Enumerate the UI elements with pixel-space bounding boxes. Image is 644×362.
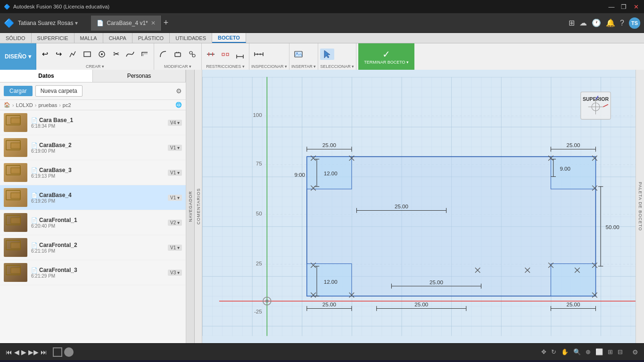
breadcrumb-sep-2: › (35, 102, 37, 108)
maximize-button[interactable]: ❐ (619, 2, 628, 11)
breadcrumb-home[interactable]: 🏠 (4, 102, 10, 108)
coincident-button[interactable] (218, 49, 232, 60)
file-tab-close-icon[interactable]: ✕ (151, 20, 156, 26)
view-icon[interactable]: ⬜ (595, 348, 603, 355)
display-icon[interactable]: ⊟ (618, 348, 623, 355)
skip-back-button[interactable]: ⏮ (6, 348, 12, 356)
panel-item-cara-frontal-1[interactable]: 📄CaraFrontal_1 6:20:40 PM V2 ▾ (0, 210, 186, 235)
user-avatar[interactable]: TS (629, 17, 640, 29)
dimension-button[interactable] (233, 49, 247, 60)
tab-boceto[interactable]: BOCETO (212, 33, 246, 43)
new-tab-icon[interactable]: + (164, 18, 169, 28)
notifications-icon[interactable]: 🔔 (606, 18, 615, 27)
undo-button[interactable]: ↩ (38, 49, 51, 59)
pan-icon[interactable]: ✥ (541, 348, 546, 355)
item-time: 6:19:26 PM (31, 198, 164, 204)
playback-controls: ⏮ ◀ ▶ ▶▶ ⏭ (6, 348, 47, 356)
item-version[interactable]: V2 ▾ (168, 220, 182, 226)
pin-button[interactable] (64, 347, 74, 357)
capture-frame-button[interactable] (53, 347, 62, 357)
panel-tabs: Datos Personas (0, 70, 186, 82)
play-button[interactable]: ▶ (21, 348, 26, 356)
grid-apps-icon[interactable]: ⊞ (569, 18, 575, 27)
item-info: 📄CaraFrontal_3 6:21:29 PM (31, 267, 164, 279)
restricciones-items (204, 44, 247, 64)
tab-utilidades[interactable]: UTILIDADES (170, 33, 212, 43)
prev-button[interactable]: ◀ (14, 348, 19, 356)
canvas-area[interactable]: NAVEGADOR COMENTARIOS PALETA DE BOCETO (186, 70, 644, 343)
design-button[interactable]: DISEÑO ▾ (0, 43, 36, 70)
tab-superficie[interactable]: SUPERFICIE (32, 33, 74, 43)
item-version[interactable]: V3 ▾ (168, 270, 182, 276)
close-button[interactable]: ✕ (632, 2, 640, 11)
hand-icon[interactable]: ✋ (561, 348, 569, 355)
panel-item-cara-base-4[interactable]: 📄CaraBase_4 6:19:26 PM V1 ▾ (0, 185, 186, 210)
finish-sketch-button[interactable]: ✓ TERMINAR BOCETO ▾ (358, 43, 414, 70)
item-version[interactable]: V1 ▾ (168, 145, 182, 151)
move-copy-button[interactable] (171, 49, 185, 60)
cargar-button[interactable]: Cargar (4, 86, 33, 96)
zoom-icon[interactable]: 🔍 (573, 348, 581, 355)
user-dropdown-icon[interactable]: ▾ (75, 20, 78, 26)
svg-text:100: 100 (253, 112, 262, 118)
breadcrumb-lolxd[interactable]: LOLXD (16, 102, 33, 108)
panel-item-cara-frontal-3[interactable]: 📄CaraFrontal_3 6:21:29 PM V3 ▾ (0, 260, 186, 285)
tab-datos[interactable]: Datos (0, 70, 93, 82)
sketch-palette-panel: PALETA DE BOCETO (636, 70, 644, 343)
svg-rect-29 (11, 193, 20, 198)
fillet-icon (158, 49, 168, 59)
horizontal-constraint-button[interactable] (204, 49, 218, 60)
svg-text:12.00: 12.00 (324, 171, 338, 177)
inspeccionar-label: INSPECCIONAR ▾ (251, 64, 287, 69)
measure-button[interactable] (251, 49, 266, 59)
globe-icon[interactable]: 🌐 (175, 102, 182, 108)
curve-button[interactable] (123, 49, 137, 60)
panel-item-cara-base-3[interactable]: 📄CaraBase_3 6:19:13 PM V1 ▾ (0, 160, 186, 185)
minimize-button[interactable]: — (607, 2, 616, 11)
select-button[interactable] (320, 49, 334, 60)
item-version[interactable]: V4 ▾ (168, 120, 182, 126)
trim-button[interactable]: ✂ (109, 49, 123, 59)
file-tab-active[interactable]: 📄 CaraBase_4 v1* ✕ (91, 16, 161, 31)
tab-solido[interactable]: SÓLIDO (0, 33, 32, 43)
rotate-icon[interactable]: ↻ (551, 348, 556, 355)
modificar-items (156, 44, 199, 64)
insert-image-button[interactable] (291, 49, 305, 60)
zoom-fit-icon[interactable]: ⊕ (586, 348, 591, 355)
fast-fwd-button[interactable]: ▶▶ (28, 348, 39, 356)
offset-button[interactable] (138, 49, 152, 60)
left-panel: Datos Personas Cargar Nueva carpeta ⚙ 🏠 … (0, 70, 186, 343)
history-icon[interactable]: 🕐 (592, 18, 601, 27)
help-icon[interactable]: ? (620, 19, 624, 27)
panel-item-cara-base-1[interactable]: 📄Cara Base_1 6:18:34 PM V4 ▾ (0, 110, 186, 135)
settings-icon[interactable]: ⚙ (176, 87, 182, 95)
circle-button[interactable] (95, 49, 109, 60)
breadcrumb-pruebas[interactable]: pruebas (38, 102, 57, 108)
nueva-carpeta-button[interactable]: Nueva carpeta (35, 85, 83, 97)
file-tab-name: CaraBase_4 v1* (107, 20, 148, 26)
toolbar-group-inspeccionar: INSPECCIONAR ▾ (249, 43, 289, 70)
move-icon (173, 49, 182, 59)
svg-rect-56 (551, 263, 595, 296)
item-version[interactable]: V1 ▾ (168, 245, 182, 251)
skip-fwd-button[interactable]: ⏭ (41, 348, 47, 356)
cloud-icon[interactable]: ☁ (579, 18, 587, 27)
tab-malla[interactable]: MALLA (74, 33, 103, 43)
trim-tool-button[interactable] (185, 49, 199, 60)
item-version[interactable]: V1 ▾ (168, 170, 182, 176)
fillet-button[interactable] (156, 49, 170, 60)
sketch-line-button[interactable] (66, 49, 80, 60)
panel-item-cara-frontal-2[interactable]: 📄CaraFrontal_2 6:21:16 PM V1 ▾ (0, 235, 186, 260)
grid-icon[interactable]: ⊞ (608, 348, 613, 355)
panel-item-cara-base-2[interactable]: 📄CaraBase_2 6:19:00 PM V1 ▾ (0, 135, 186, 160)
breadcrumb-pc2[interactable]: pc2 (63, 102, 71, 108)
tab-chapa[interactable]: CHAPA (103, 33, 132, 43)
user-area[interactable]: Tatiana Suarez Rosas ▾ (18, 20, 78, 26)
curve-icon (125, 49, 135, 59)
redo-button[interactable]: ↪ (52, 49, 65, 59)
tab-personas[interactable]: Personas (93, 70, 186, 82)
tab-plastico[interactable]: PLÁSTICO (132, 33, 170, 43)
item-version[interactable]: V1 ▾ (168, 195, 182, 201)
rectangle-button[interactable] (80, 49, 94, 60)
settings-gear-icon[interactable]: ⚙ (632, 348, 638, 356)
